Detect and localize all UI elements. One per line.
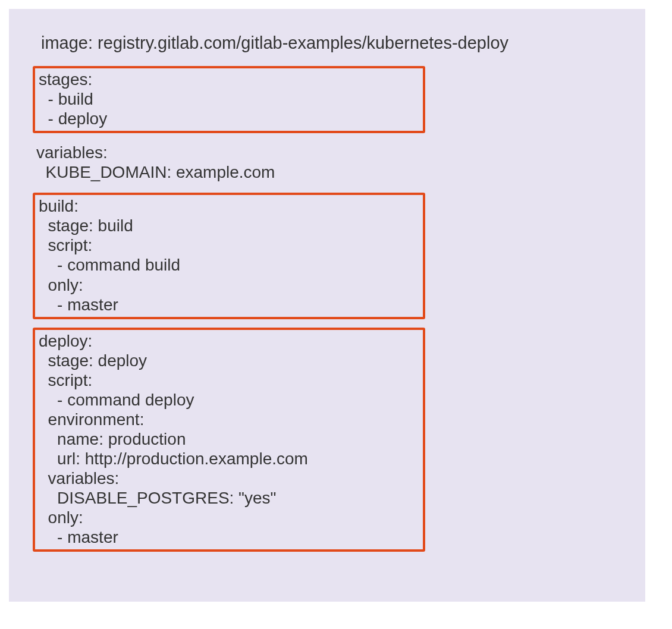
image-line: image: registry.gitlab.com/gitlab-exampl… [41, 33, 621, 53]
variables-block: variables: KUBE_DOMAIN: example.com [33, 141, 425, 184]
stages-box: stages: - build - deploy [33, 66, 425, 133]
variables-text: variables: KUBE_DOMAIN: example.com [36, 143, 422, 182]
stages-text: stages: - build - deploy [39, 70, 419, 128]
yaml-content: image: registry.gitlab.com/gitlab-exampl… [33, 33, 621, 552]
build-text: build: stage: build script: - command bu… [39, 196, 419, 314]
yaml-diagram: image: registry.gitlab.com/gitlab-exampl… [9, 9, 645, 602]
deploy-box: deploy: stage: deploy script: - command … [33, 328, 425, 552]
deploy-text: deploy: stage: deploy script: - command … [39, 331, 419, 547]
build-box: build: stage: build script: - command bu… [33, 193, 425, 319]
